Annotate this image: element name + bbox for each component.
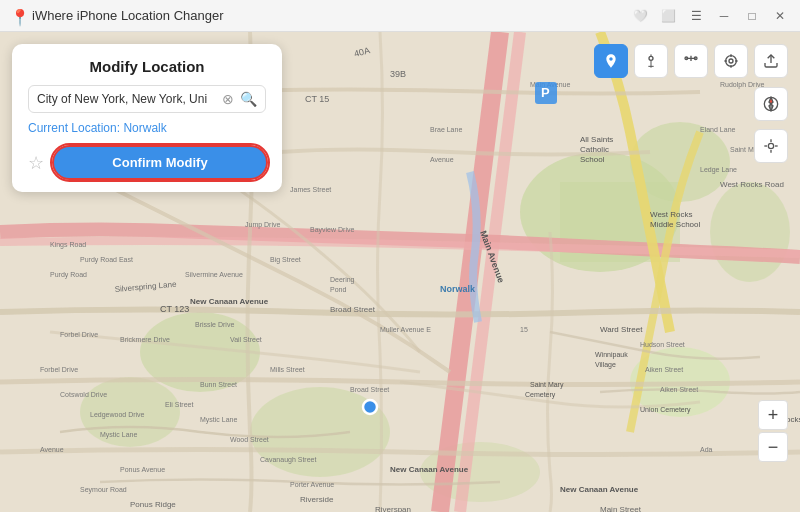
maximize-btn[interactable]: □ xyxy=(742,6,762,26)
svg-text:Big Street: Big Street xyxy=(270,256,301,264)
svg-text:Purdy Road: Purdy Road xyxy=(50,271,87,279)
svg-text:School: School xyxy=(580,155,605,164)
svg-text:CT 123: CT 123 xyxy=(160,304,189,314)
panel-actions: ☆ Confirm Modify xyxy=(28,147,266,178)
svg-text:Middle School: Middle School xyxy=(650,220,700,229)
confirm-modify-button[interactable]: Confirm Modify xyxy=(54,147,266,178)
svg-text:Eli Street: Eli Street xyxy=(165,401,193,408)
svg-text:West Rocks Road: West Rocks Road xyxy=(720,180,784,189)
side-icons xyxy=(754,87,788,163)
svg-text:Ledgewood Drive: Ledgewood Drive xyxy=(90,411,145,419)
svg-text:P: P xyxy=(541,85,550,100)
gps-button[interactable] xyxy=(754,129,788,163)
panel-title: Modify Location xyxy=(28,58,266,75)
svg-point-100 xyxy=(768,143,773,148)
svg-text:CT 15: CT 15 xyxy=(305,94,329,104)
location-mode-button[interactable] xyxy=(594,44,628,78)
svg-text:Kings Road: Kings Road xyxy=(50,241,86,249)
map-toolbar xyxy=(594,44,788,78)
svg-point-86 xyxy=(363,400,377,414)
svg-text:Catholic: Catholic xyxy=(580,145,609,154)
search-box[interactable]: City of New York, New York, Uni ⊗ 🔍 xyxy=(28,85,266,113)
svg-text:Bayview Drive: Bayview Drive xyxy=(310,226,354,234)
svg-text:Seymour Road: Seymour Road xyxy=(80,486,127,494)
svg-text:Riverspan: Riverspan xyxy=(375,505,411,512)
svg-text:Brae Lane: Brae Lane xyxy=(430,126,462,133)
svg-text:Jump Drive: Jump Drive xyxy=(245,221,281,229)
svg-text:Norwalk: Norwalk xyxy=(440,284,476,294)
svg-text:All Saints: All Saints xyxy=(580,135,613,144)
svg-text:Vail Street: Vail Street xyxy=(230,336,262,343)
heart-btn[interactable]: 🤍 xyxy=(630,6,650,26)
svg-text:Cotswold Drive: Cotswold Drive xyxy=(60,391,107,398)
svg-text:James Street: James Street xyxy=(290,186,331,193)
svg-text:Village: Village xyxy=(595,361,616,369)
svg-marker-98 xyxy=(769,97,773,104)
minimize-btn[interactable]: ─ xyxy=(714,6,734,26)
svg-text:Main Street: Main Street xyxy=(600,505,642,512)
zoom-in-button[interactable]: + xyxy=(758,400,788,430)
svg-text:Bunn Street: Bunn Street xyxy=(200,381,237,388)
svg-text:Pond: Pond xyxy=(330,286,346,293)
svg-text:Ada: Ada xyxy=(700,446,713,453)
svg-text:Cavanaugh Street: Cavanaugh Street xyxy=(260,456,316,464)
close-btn[interactable]: ✕ xyxy=(770,6,790,26)
export-button[interactable] xyxy=(754,44,788,78)
svg-point-90 xyxy=(726,56,737,67)
svg-text:Silvermine Avenue: Silvermine Avenue xyxy=(185,271,243,278)
svg-text:Ponus Avenue: Ponus Avenue xyxy=(120,466,165,473)
svg-marker-99 xyxy=(769,104,773,111)
svg-text:New Canaan Avenue: New Canaan Avenue xyxy=(390,465,469,474)
svg-text:Avenue: Avenue xyxy=(430,156,454,163)
svg-text:Ward Street: Ward Street xyxy=(600,325,643,334)
svg-text:Mystic Lane: Mystic Lane xyxy=(100,431,137,439)
svg-text:Cemetery: Cemetery xyxy=(525,391,556,399)
svg-text:Aiken Street: Aiken Street xyxy=(660,386,698,393)
svg-text:New Canaan Avenue: New Canaan Avenue xyxy=(560,485,639,494)
search-value: City of New York, New York, Uni xyxy=(37,92,216,106)
svg-text:Forbel Drive: Forbel Drive xyxy=(60,331,98,338)
search-icon[interactable]: 🔍 xyxy=(240,91,257,107)
svg-text:Mills Street: Mills Street xyxy=(270,366,305,373)
svg-text:Purdy Road East: Purdy Road East xyxy=(80,256,133,264)
location-panel: Modify Location City of New York, New Yo… xyxy=(12,44,282,192)
svg-text:Ledge Lane: Ledge Lane xyxy=(700,166,737,174)
window-btn[interactable]: ⬜ xyxy=(658,6,678,26)
map-container[interactable]: 40A 39B CT 15 39A Bar Lane Ells Lane Bal… xyxy=(0,32,800,512)
target-button[interactable] xyxy=(714,44,748,78)
svg-text:Wood Street: Wood Street xyxy=(230,436,269,443)
svg-text:Mystic Lane: Mystic Lane xyxy=(200,416,237,424)
svg-text:Winnipauk: Winnipauk xyxy=(595,351,628,359)
svg-text:West Rocks: West Rocks xyxy=(650,210,693,219)
svg-text:Eland Lane: Eland Lane xyxy=(700,126,736,133)
current-location-label[interactable]: Current Location: Norwalk xyxy=(28,121,266,135)
svg-text:Aiken Street: Aiken Street xyxy=(645,366,683,373)
svg-text:Saint Mary: Saint Mary xyxy=(530,381,564,389)
svg-text:Deering: Deering xyxy=(330,276,355,284)
svg-text:39B: 39B xyxy=(390,69,406,79)
zoom-controls: + − xyxy=(758,400,788,462)
svg-text:New Canaan Avenue: New Canaan Avenue xyxy=(190,297,269,306)
svg-text:Hudson Street: Hudson Street xyxy=(640,341,685,348)
window-controls[interactable]: 🤍 ⬜ ☰ ─ □ ✕ xyxy=(630,6,790,26)
multi-stop-button[interactable] xyxy=(674,44,708,78)
svg-text:Brissle Drive: Brissle Drive xyxy=(195,321,234,328)
app-title: iWhere iPhone Location Changer xyxy=(32,8,224,23)
svg-text:Broad Street: Broad Street xyxy=(330,305,376,314)
titlebar: 📍 iWhere iPhone Location Changer 🤍 ⬜ ☰ ─… xyxy=(0,0,800,32)
svg-text:Brickmere Drive: Brickmere Drive xyxy=(120,336,170,343)
favorite-button[interactable]: ☆ xyxy=(28,152,44,174)
app-icon: 📍 xyxy=(10,8,26,24)
svg-text:Riverside: Riverside xyxy=(300,495,334,504)
compass-button[interactable] xyxy=(754,87,788,121)
svg-text:Broad Street: Broad Street xyxy=(350,386,389,393)
zoom-out-button[interactable]: − xyxy=(758,432,788,462)
waypoint-button[interactable] xyxy=(634,44,668,78)
svg-text:Muller Avenue E: Muller Avenue E xyxy=(380,326,431,333)
svg-text:15: 15 xyxy=(520,326,528,333)
menu-btn[interactable]: ☰ xyxy=(686,6,706,26)
svg-text:Forbel Drive: Forbel Drive xyxy=(40,366,78,373)
svg-text:Porter Avenue: Porter Avenue xyxy=(290,481,334,488)
titlebar-left: 📍 iWhere iPhone Location Changer xyxy=(10,8,224,24)
clear-icon[interactable]: ⊗ xyxy=(222,91,234,107)
